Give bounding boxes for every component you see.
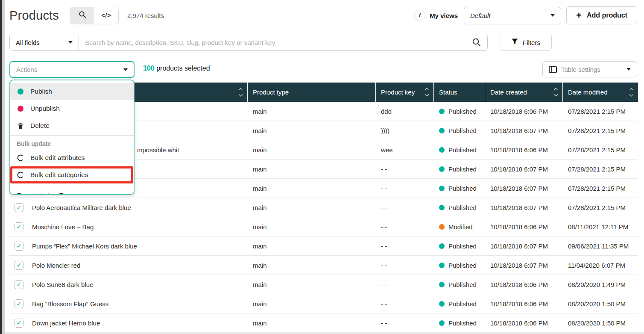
product-name[interactable]: Down jacket Herno blue [32, 319, 100, 327]
row-checkbox[interactable]: ✓ [15, 261, 23, 270]
status-label: Published [448, 319, 477, 327]
product-name[interactable]: Moschino Love – Bag [32, 223, 94, 231]
row-checkbox[interactable]: ✓ [15, 319, 23, 328]
products-page: Products </> 2,974 results i My views De… [0, 0, 644, 334]
status-label: Published [448, 146, 477, 154]
row-checkbox[interactable]: ✓ [15, 222, 23, 231]
status-dot-icon [439, 320, 445, 326]
date-created-cell: 10/18/2018 6:07 PM [485, 179, 563, 198]
date-modified-cell: 07/28/2021 2:15 PM [563, 102, 638, 121]
menu-item-label: Bulk edit categories [30, 171, 88, 179]
sort-icon[interactable] [235, 89, 242, 96]
product-name[interactable]: Pumps “Flex” Michael Kors dark blue [32, 242, 137, 250]
menu-item-bulk-edit-attributes[interactable]: Bulk edit attributes [10, 149, 134, 166]
actions-menu: PublishUnpublishDeleteBulk updateBulk ed… [9, 80, 135, 195]
status-cell: Published [434, 256, 485, 275]
status-label: Published [448, 262, 477, 269]
column-label: Product type [253, 89, 289, 96]
sort-icon[interactable] [626, 89, 633, 96]
sort-icon[interactable] [421, 89, 428, 96]
product-key-cell: wee [376, 140, 434, 159]
column-header-key[interactable]: Product key [376, 83, 434, 102]
product-type-cell: main [248, 198, 376, 217]
status-dot-icon [439, 205, 445, 210]
table-settings-label: Table settings [561, 66, 600, 73]
product-name[interactable]: Polo Sun68 dark blue [32, 281, 93, 288]
menu-item-publish[interactable]: Publish [10, 83, 134, 100]
product-key-cell: - - [376, 217, 434, 236]
json-search-button[interactable]: </> [94, 7, 119, 24]
name-cell: ✓Pumps “Flex” Michael Kors dark blue [9, 236, 248, 255]
sort-icon[interactable] [550, 89, 557, 96]
views-select[interactable]: Default [464, 7, 561, 24]
product-key-cell: ddd [376, 102, 434, 121]
menu-divider [10, 135, 134, 136]
product-name[interactable]: Bag “Blossom Flap” Guess [32, 300, 108, 307]
table-row[interactable]: ✓Moschino Love – Bagmain- -Modified10/18… [9, 217, 638, 236]
refresh-icon [17, 154, 24, 162]
status-cell: Published [434, 179, 485, 198]
status-cell: Published [434, 160, 485, 178]
info-icon[interactable]: i [414, 10, 425, 21]
row-checkbox[interactable]: ✓ [15, 299, 23, 308]
table-settings-select[interactable]: Table settings [542, 61, 637, 77]
table-row[interactable]: ✓Polo Aeronautica Militare dark bluemain… [9, 198, 638, 217]
selection-summary: 100 products selected [143, 65, 210, 72]
row-checkbox[interactable]: ✓ [15, 280, 23, 289]
menu-item-bulk-edit-categories[interactable]: Bulk edit categories [10, 166, 134, 183]
menu-item-label: Unpublish [30, 105, 60, 112]
search-input[interactable] [79, 34, 472, 50]
status-dot-icon [439, 128, 445, 133]
filters-label: Filters [523, 39, 540, 46]
row-checkbox[interactable]: ✓ [15, 242, 23, 251]
table-row[interactable]: ✓Polo Sun68 dark bluemain- -Published10/… [9, 275, 638, 294]
text-search-button[interactable] [70, 7, 94, 24]
add-product-button[interactable]: + Add product [566, 6, 637, 24]
table-row[interactable]: ✓Pumps “Flex” Michael Kors dark bluemain… [9, 236, 638, 256]
column-header-type[interactable]: Product type [248, 83, 376, 102]
name-cell: ✓Polo Moncler red [9, 256, 248, 275]
table-row[interactable]: ✓Down jacket Herno bluemain- -Published1… [9, 313, 638, 333]
product-key-cell: )))) [376, 121, 434, 140]
actions-select[interactable]: Actions [9, 61, 135, 78]
status-label: Published [448, 185, 477, 192]
menu-item-unpublish[interactable]: Unpublish [10, 100, 134, 117]
status-label: Published [448, 127, 477, 134]
column-label: Date modified [568, 89, 608, 96]
status-dot-icon [439, 109, 445, 114]
filter-icon [511, 38, 518, 47]
status-cell: Published [434, 313, 485, 332]
product-type-cell: main [248, 102, 376, 121]
menu-item-export-via-impex[interactable]: Export via ImpEx [10, 187, 134, 195]
filters-button[interactable]: Filters [500, 34, 552, 51]
product-key-cell: - - [376, 313, 434, 332]
top-bar: Products </> 2,974 results i My views De… [9, 5, 637, 26]
column-header-status[interactable]: Status [434, 83, 485, 102]
date-created-cell: 10/18/2018 6:07 PM [485, 256, 563, 275]
search-icon [79, 11, 86, 20]
status-label: Published [448, 108, 477, 115]
table-row[interactable]: ✓Polo Moncler redmain- -Published10/18/2… [9, 256, 638, 275]
product-key-cell: - - [376, 236, 434, 255]
row-checkbox[interactable]: ✓ [15, 203, 23, 212]
product-key-cell: - - [376, 198, 434, 217]
menu-section-bulk-update: Bulk update [10, 138, 134, 149]
table-row[interactable]: ✓Bag “Blossom Flap” Guessmain- -Publishe… [9, 294, 638, 313]
search-icon[interactable] [472, 38, 487, 47]
product-name[interactable]: Polo Aeronautica Militare dark blue [32, 204, 131, 211]
date-modified-cell: 08/20/2020 1:50 PM [563, 294, 638, 313]
product-key-cell: - - [376, 275, 434, 294]
product-key-cell: - - [376, 256, 434, 275]
status-dot-icon [439, 243, 445, 249]
column-header-modified[interactable]: Date modified [563, 83, 638, 102]
menu-item-label: Delete [30, 122, 50, 130]
column-header-created[interactable]: Date created [485, 83, 563, 102]
status-dot-icon [439, 282, 445, 287]
product-name[interactable]: Polo Moncler red [32, 262, 80, 269]
product-type-cell: main [248, 160, 376, 178]
product-type-cell: main [248, 236, 376, 255]
status-dot-icon [439, 166, 445, 172]
menu-item-delete[interactable]: Delete [10, 117, 134, 134]
field-selector[interactable]: All fields [10, 34, 79, 50]
date-modified-cell: 08/11/2021 12:11 PM [563, 217, 638, 236]
